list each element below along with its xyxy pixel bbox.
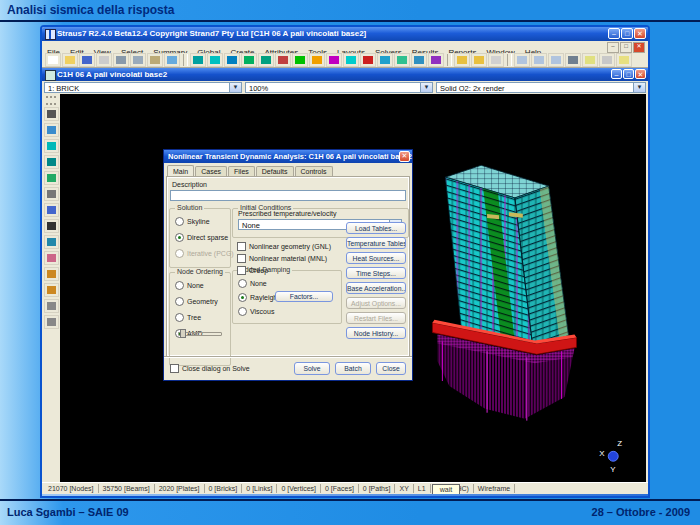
- eraser-icon[interactable]: [44, 251, 59, 265]
- mdi-minimize-button[interactable]: –: [607, 42, 619, 53]
- checkbox-nonlinear-material-mnl-[interactable]: Nonlinear material (MNL): [237, 254, 327, 263]
- pan-icon[interactable]: [488, 53, 504, 67]
- damping-rayleigh[interactable]: Rayleigh: [238, 293, 277, 302]
- mdi-close-button[interactable]: ✕: [633, 42, 645, 53]
- dialog-titlebar[interactable]: Nonlinear Transient Dynamic Analysis: C1…: [164, 150, 412, 163]
- node-tool-icon[interactable]: [207, 53, 223, 67]
- bracket-a-icon[interactable]: [44, 267, 59, 281]
- maximize-button[interactable]: □: [621, 28, 633, 39]
- zoom-combo[interactable]: 100% ▼: [245, 82, 433, 93]
- zoom-in-icon[interactable]: [454, 53, 470, 67]
- batch-button[interactable]: Batch: [335, 362, 371, 375]
- toolbar-grip[interactable]: [46, 96, 56, 105]
- chevron-down-icon[interactable]: ▼: [420, 83, 432, 92]
- checkbox-creep[interactable]: Creep: [237, 266, 268, 275]
- solution-direct-sparse[interactable]: Direct sparse: [175, 233, 228, 242]
- quad-tool-icon[interactable]: [44, 139, 59, 153]
- checkbox-icon[interactable]: [237, 254, 246, 263]
- tree-depth-slider[interactable]: [178, 329, 222, 336]
- checkbox-nonlinear-geometry-gnl-[interactable]: Nonlinear geometry (GNL): [237, 242, 331, 251]
- mdi-restore-button[interactable]: □: [620, 42, 632, 53]
- solve-button[interactable]: Solve: [294, 362, 330, 375]
- checkbox-icon[interactable]: [237, 242, 246, 251]
- ordering-none[interactable]: None: [175, 281, 204, 290]
- attribute-icon[interactable]: [326, 53, 342, 67]
- chevron-down-icon[interactable]: ▼: [633, 83, 645, 92]
- close-button[interactable]: ✕: [634, 28, 646, 39]
- view-iso-icon[interactable]: [548, 53, 564, 67]
- solution-iterative-pcg-[interactable]: Iterative (PCG): [175, 249, 234, 258]
- radio-icon[interactable]: [238, 279, 247, 288]
- rotate-icon[interactable]: [394, 53, 410, 67]
- heat-sources-button[interactable]: Heat Sources...: [346, 252, 406, 264]
- model-window-titlebar[interactable]: C1H 06 A pali vincolati base2 – □ ✕: [42, 68, 648, 81]
- paste-icon[interactable]: [147, 53, 163, 67]
- scale-icon[interactable]: [411, 53, 427, 67]
- bracket-b-icon[interactable]: [44, 283, 59, 297]
- save-icon[interactable]: [79, 53, 95, 67]
- line-tool-icon[interactable]: [44, 123, 59, 137]
- new-file-icon[interactable]: [45, 53, 61, 67]
- damping-viscous[interactable]: Viscous: [238, 307, 274, 316]
- link-tool-icon[interactable]: [275, 53, 291, 67]
- radio-icon[interactable]: [175, 297, 184, 306]
- brick-tool-icon[interactable]: [258, 53, 274, 67]
- dialog-close-icon[interactable]: ✕: [399, 151, 410, 162]
- property-icon[interactable]: [292, 53, 308, 67]
- child-minimize-button[interactable]: –: [611, 69, 622, 79]
- group-icon[interactable]: [309, 53, 325, 67]
- radio-icon[interactable]: [175, 313, 184, 322]
- beam-tool-icon[interactable]: [224, 53, 240, 67]
- load-tables-button[interactable]: Load Tables...: [346, 222, 406, 234]
- copy-icon[interactable]: [130, 53, 146, 67]
- radio-icon[interactable]: [175, 249, 184, 258]
- measure-icon[interactable]: [44, 203, 59, 217]
- solution-skyline[interactable]: Skyline: [175, 217, 210, 226]
- move-icon[interactable]: [377, 53, 393, 67]
- dot-icon[interactable]: [44, 219, 59, 233]
- view-side-icon[interactable]: [531, 53, 547, 67]
- description-input[interactable]: [170, 190, 406, 201]
- render-icon[interactable]: [565, 53, 581, 67]
- axes-icon[interactable]: [582, 53, 598, 67]
- child-restore-button[interactable]: □: [623, 69, 634, 79]
- ordering-geometry[interactable]: Geometry: [175, 297, 218, 306]
- brick-tool-icon[interactable]: [44, 155, 59, 169]
- mirror-icon[interactable]: [428, 53, 444, 67]
- snap-icon[interactable]: [44, 187, 59, 201]
- node-history-button[interactable]: Node History...: [346, 327, 406, 339]
- tab-main[interactable]: Main: [167, 165, 194, 177]
- select-icon[interactable]: [190, 53, 206, 67]
- minimize-button[interactable]: –: [608, 28, 620, 39]
- view-front-icon[interactable]: [514, 53, 530, 67]
- close-on-solve-checkbox[interactable]: [170, 364, 179, 373]
- light-icon[interactable]: [616, 53, 632, 67]
- child-close-button[interactable]: ✕: [635, 69, 646, 79]
- time-steps-button[interactable]: Time Steps...: [346, 267, 406, 279]
- entity-combo[interactable]: 1: BRICK ▼: [44, 82, 242, 93]
- checkbox-icon[interactable]: [237, 266, 246, 275]
- cube-icon[interactable]: [44, 235, 59, 249]
- radio-icon[interactable]: [175, 281, 184, 290]
- pointer-icon[interactable]: [44, 107, 59, 121]
- close-button[interactable]: Close: [376, 362, 406, 375]
- factors-button[interactable]: Factors...: [275, 291, 333, 302]
- app-titlebar[interactable]: Straus7 R2.4.0 Beta12.4 Copyright Strand…: [42, 27, 648, 41]
- undo-icon[interactable]: [164, 53, 180, 67]
- render-combo[interactable]: Solid O2: 2x render ▼: [436, 82, 646, 93]
- extrude-icon[interactable]: [44, 171, 59, 185]
- open-file-icon[interactable]: [62, 53, 78, 67]
- temperature-tables-button[interactable]: Temperature Tables...: [346, 237, 406, 249]
- zoom-out-icon[interactable]: [471, 53, 487, 67]
- cut-icon[interactable]: [113, 53, 129, 67]
- chevron-down-icon[interactable]: ▼: [229, 83, 241, 92]
- damping-none[interactable]: None: [238, 279, 267, 288]
- delete-icon[interactable]: [360, 53, 376, 67]
- ruler-icon[interactable]: [44, 315, 59, 329]
- radio-icon[interactable]: [238, 307, 247, 316]
- mesh-icon[interactable]: [343, 53, 359, 67]
- radio-icon[interactable]: [238, 293, 247, 302]
- plate-tool-icon[interactable]: [241, 53, 257, 67]
- ordering-tree[interactable]: Tree: [175, 313, 201, 322]
- radio-icon[interactable]: [175, 217, 184, 226]
